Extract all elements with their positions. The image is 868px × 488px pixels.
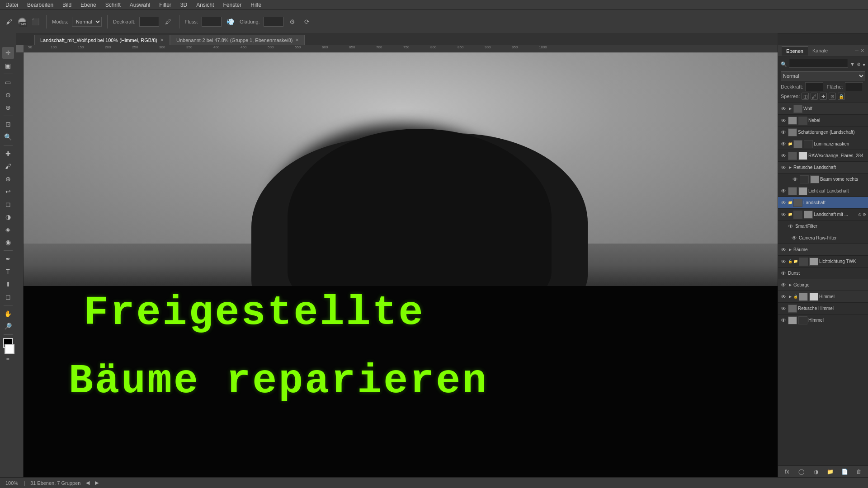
menu-fenster[interactable]: Fenster (222, 1, 244, 9)
layer-item-lichtrichtung[interactable]: 👁 🔒 📁 Lichtrichtung TWK (778, 256, 868, 267)
layer-item-schattierungen[interactable]: 👁 Schattierungen (Landschaft) (778, 127, 868, 138)
layer-item-retusche-himmel[interactable]: 👁 Retusche Himmel (778, 303, 868, 314)
tab-unbenannt-close[interactable]: ✕ (295, 38, 299, 42)
crop-tool[interactable]: ⊡ (2, 118, 14, 130)
menu-bild[interactable]: Bild (61, 1, 73, 9)
layer-vis-wolf[interactable]: 👁 (780, 105, 787, 113)
type-tool[interactable]: T (2, 266, 14, 277)
layer-filter-active[interactable]: ● (863, 62, 865, 67)
menu-hilfe[interactable]: Hilfe (249, 1, 263, 9)
layer-vis-lichtrichtung[interactable]: 👁 (780, 258, 787, 265)
layer-item-dunst[interactable]: 👁 Dunst (778, 267, 868, 279)
tab-landschaft-close[interactable]: ✕ (160, 38, 164, 42)
layer-vis-schattierungen[interactable]: 👁 (780, 129, 787, 136)
layer-item-camera-raw[interactable]: 👁 Camera Raw-Filter (778, 232, 868, 244)
layer-item-gebirge[interactable]: 👁 ▶ Gebirge (778, 279, 868, 291)
layer-item-luminanz[interactable]: 👁 📁 Luminanzmasken (778, 138, 868, 150)
layer-item-landschaft[interactable]: 👁 📁 Landschaft (778, 197, 868, 209)
lasso-tool[interactable]: ⊙ (2, 89, 14, 101)
healing-brush-tool[interactable]: ✚ (2, 148, 14, 160)
hand-tool[interactable]: ✋ (2, 308, 14, 319)
layer-vis-retusche-himmel[interactable]: 👁 (780, 305, 787, 312)
blur-tool[interactable]: ◈ (2, 224, 14, 235)
layer-item-licht[interactable]: 👁 Licht auf Landschaft (778, 185, 868, 197)
layer-vis-rawexchange[interactable]: 👁 (780, 152, 787, 160)
deckkraft-value[interactable]: 100% (805, 82, 823, 91)
layer-fx-btn[interactable]: fx (783, 468, 791, 476)
layer-filter-options[interactable]: ⚙ (857, 62, 861, 67)
layer-vis-baeume[interactable]: 👁 (780, 246, 787, 253)
lock-artboard-icon[interactable]: ⊡ (829, 93, 836, 100)
tab-unbenannt[interactable]: Unbenannt-2 bei 47.8% (Gruppe 1, Ebenenm… (170, 35, 305, 45)
layer-new-btn[interactable]: 📄 (840, 468, 849, 476)
fluss-input[interactable]: 32% (202, 17, 222, 27)
menu-ansicht[interactable]: Ansicht (194, 1, 216, 9)
glaettung-input[interactable]: 0% (264, 17, 283, 27)
menu-filter[interactable]: Filter (157, 1, 173, 9)
layer-vis-nebel[interactable]: 👁 (780, 117, 787, 124)
artboard-tool[interactable]: ▣ (2, 60, 14, 71)
brush-tool[interactable]: 🖌 (2, 160, 14, 172)
eraser-tool[interactable]: ◻ (2, 198, 14, 210)
layer-vis-himmel-group[interactable]: 👁 (780, 293, 787, 300)
layer-item-baum[interactable]: 👁 Baum vorne rechts (778, 174, 868, 185)
layer-vis-luminanz[interactable]: 👁 (780, 141, 787, 148)
layer-item-rawexchange[interactable]: 👁 RAWexchange_Flares_284 (778, 150, 868, 162)
layer-item-wolf[interactable]: 👁 ▶ Wolf (778, 103, 868, 115)
layer-item-himmel[interactable]: 👁 Himmel (778, 314, 868, 326)
flaeche-value[interactable]: 100% (845, 82, 863, 91)
layer-vis-retusche-land[interactable]: 👁 (780, 164, 787, 171)
panel-close-icon[interactable]: ✕ (860, 48, 864, 54)
panel-collapse-icon[interactable]: ─ (855, 48, 859, 54)
menu-3d[interactable]: 3D (179, 1, 189, 9)
pen-tool[interactable]: ✒ (2, 253, 14, 265)
layer-vis-landschaft-mit[interactable]: 👁 (780, 211, 787, 218)
layer-mask-btn[interactable]: ◯ (797, 468, 806, 476)
layer-vis-smartfilter[interactable]: 👁 (787, 223, 794, 230)
layer-item-himmel-group[interactable]: 👁 ▶ 🔒 Himmel (778, 291, 868, 303)
zoom-tool[interactable]: 🔎 (2, 320, 14, 332)
eyedropper-tool[interactable]: 🔍 (2, 131, 14, 143)
menu-schrift[interactable]: Schrift (104, 1, 123, 9)
tab-landschaft[interactable]: Landschaft_mit_Wolf.psd bei 100% (Himmel… (34, 35, 170, 45)
modus-select[interactable]: Normal (72, 17, 102, 27)
dodge-tool[interactable]: ◉ (2, 236, 14, 248)
menu-auswahl[interactable]: Auswahl (128, 1, 152, 9)
lock-position-icon[interactable]: ✚ (820, 93, 827, 100)
layer-item-nebel[interactable]: 👁 Nebel (778, 115, 868, 127)
lock-all-icon[interactable]: 🔒 (838, 93, 845, 100)
lock-image-icon[interactable]: 🖊 (811, 93, 818, 100)
tab-ebenen[interactable]: Ebenen (782, 46, 808, 56)
layer-item-retusche-land[interactable]: 👁 ▶ Retusche Landschaft (778, 162, 868, 174)
layer-vis-dunst[interactable]: 👁 (780, 270, 787, 277)
layer-vis-licht[interactable]: 👁 (780, 188, 787, 195)
deckkraft-icon[interactable]: 🖊 (163, 16, 174, 27)
statusbar-nav-prev[interactable]: ◀ (86, 480, 90, 486)
rectangular-marquee-tool[interactable]: ▭ (2, 76, 14, 88)
menu-bearbeiten[interactable]: Bearbeiten (25, 1, 55, 9)
settings-icon[interactable]: ⚙ (287, 16, 298, 27)
layer-adjustment-btn[interactable]: ◑ (812, 468, 820, 476)
lock-transparent-icon[interactable]: ◫ (802, 93, 809, 100)
layer-item-smartfilter[interactable]: 👁 SmartFilter (778, 221, 868, 232)
brush-tool-icon[interactable]: 🖌 (4, 16, 14, 27)
layer-vis-himmel[interactable]: 👁 (780, 317, 787, 324)
layer-item-baeume[interactable]: 👁 ▶ Bäume (778, 244, 868, 256)
shape-tool[interactable]: ◻ (2, 291, 14, 303)
clone-stamp-tool[interactable]: ⊕ (2, 173, 14, 185)
layer-filter-icon[interactable]: ▼ (850, 61, 855, 67)
brush-options-icon[interactable]: ⬛ (30, 16, 41, 27)
layer-vis-landschaft[interactable]: 👁 (780, 199, 787, 206)
move-tool[interactable]: ✛ (2, 47, 14, 59)
menu-datei[interactable]: Datei (4, 1, 20, 9)
tab-kanaele[interactable]: Kanäle (808, 46, 832, 56)
layer-delete-btn[interactable]: 🗑 (855, 468, 863, 476)
layer-vis-baum[interactable]: 👁 (792, 176, 799, 183)
airbrush-icon[interactable]: 💨 (225, 16, 236, 27)
layer-item-landschaft-mit[interactable]: 👁 📁 Landschaft mit ... ⊙ ⚙ (778, 209, 868, 221)
color-swap[interactable]: ⇄ (6, 357, 9, 361)
layer-mode-select[interactable]: Normal (781, 71, 865, 80)
quick-select-tool[interactable]: ⊕ (2, 102, 14, 113)
layer-group-btn[interactable]: 📁 (826, 468, 834, 476)
path-selection-tool[interactable]: ⬆ (2, 278, 14, 290)
